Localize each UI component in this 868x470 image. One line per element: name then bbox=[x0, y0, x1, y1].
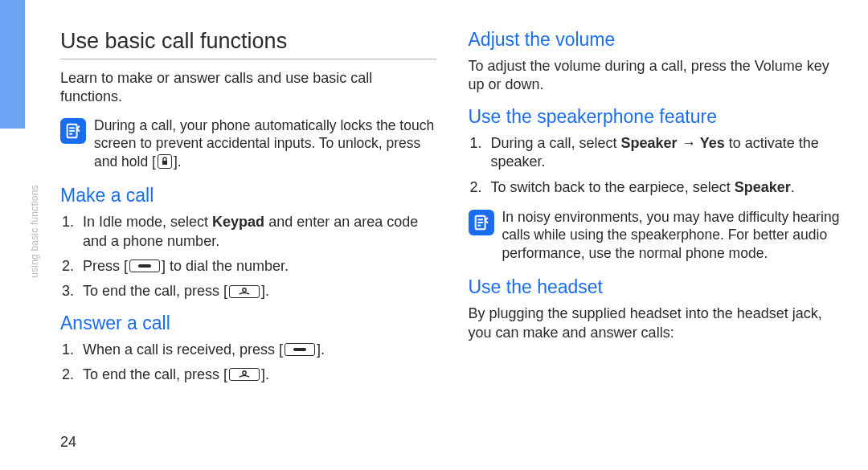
note-text: In noisy environments, you may have diff… bbox=[502, 208, 845, 262]
headset-text: By plugging the supplied headset into th… bbox=[469, 304, 845, 342]
note-text: During a call, your phone automatically … bbox=[94, 116, 436, 170]
lock-key-icon bbox=[158, 154, 172, 169]
call-key-icon bbox=[285, 343, 315, 356]
make-call-step-3: To end the call, press []. bbox=[60, 282, 436, 300]
make-call-step-1: In Idle mode, select Keypad and enter an… bbox=[60, 213, 436, 251]
note-icon bbox=[60, 118, 86, 144]
page-number: 24 bbox=[60, 434, 76, 451]
make-call-step-2: Press [] to dial the number. bbox=[60, 257, 436, 276]
left-column: Use basic call functions Learn to make o… bbox=[60, 29, 436, 454]
note-text-a: During a call, your phone automatically … bbox=[94, 117, 434, 170]
adjust-volume-text: To adjust the volume during a call, pres… bbox=[469, 57, 845, 95]
make-call-steps: In Idle mode, select Keypad and enter an… bbox=[60, 213, 436, 301]
end-key-icon bbox=[229, 368, 260, 381]
note-block: In noisy environments, you may have diff… bbox=[469, 208, 845, 262]
adjust-volume-heading: Adjust the volume bbox=[469, 29, 845, 51]
svg-rect-4 bbox=[162, 161, 167, 165]
sidebar-label: using basic functions bbox=[27, 159, 42, 304]
svg-rect-7 bbox=[293, 348, 306, 351]
svg-rect-5 bbox=[138, 264, 151, 268]
speaker-step-2: To switch back to the earpiece, select S… bbox=[469, 178, 845, 197]
content: Use basic call functions Learn to make o… bbox=[60, 29, 844, 454]
end-key-icon bbox=[229, 285, 260, 298]
answer-step-2: To end the call, press []. bbox=[60, 366, 436, 384]
note-block: During a call, your phone automatically … bbox=[60, 116, 436, 170]
answer-call-steps: When a call is received, press []. To en… bbox=[60, 341, 436, 385]
call-key-icon bbox=[129, 260, 160, 272]
answer-call-heading: Answer a call bbox=[60, 313, 436, 334]
make-call-heading: Make a call bbox=[60, 185, 436, 206]
note-text-b: ]. bbox=[174, 153, 182, 170]
speaker-step-1: During a call, select Speaker → Yes to a… bbox=[469, 134, 845, 172]
note-icon bbox=[469, 210, 494, 235]
section-title: Use basic call functions bbox=[60, 29, 436, 59]
speakerphone-steps: During a call, select Speaker → Yes to a… bbox=[469, 134, 845, 197]
speakerphone-heading: Use the speakerphone feature bbox=[469, 106, 845, 128]
answer-step-1: When a call is received, press []. bbox=[60, 341, 436, 359]
right-column: Adjust the volume To adjust the volume d… bbox=[469, 29, 845, 454]
manual-page: using basic functions Use basic call fun… bbox=[0, 0, 868, 470]
intro-text: Learn to make or answer calls and use ba… bbox=[60, 69, 436, 105]
left-blue-strip bbox=[0, 0, 25, 129]
svg-point-6 bbox=[243, 288, 246, 291]
headset-heading: Use the headset bbox=[469, 276, 845, 298]
svg-point-8 bbox=[243, 371, 246, 374]
sidebar-label-text: using basic functions bbox=[29, 185, 40, 278]
